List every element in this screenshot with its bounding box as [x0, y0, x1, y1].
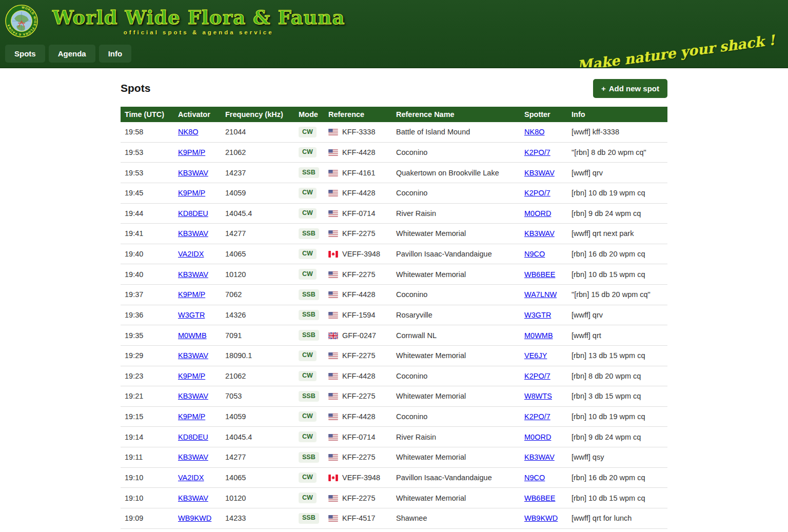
- spot-mode-cell: SSB: [294, 528, 324, 532]
- activator-link[interactable]: KB3WAV: [178, 351, 208, 360]
- activator-link[interactable]: M0WMB: [178, 331, 207, 340]
- spots-table-body: 19:58 NK8O 21044 CW KFF-3338 Battle of I…: [121, 122, 667, 532]
- spot-mode-cell: SSB: [294, 447, 324, 468]
- spot-reference-cell: KFF-0714: [324, 427, 392, 447]
- spot-info: [rbn] 9 db 24 wpm cq: [567, 427, 667, 447]
- activator-link[interactable]: NK8O: [178, 128, 199, 136]
- spot-spotter-cell: K2PO/7: [520, 406, 567, 427]
- nav-tab-agenda[interactable]: Agenda: [49, 45, 95, 63]
- spotter-link[interactable]: WB6BEE: [524, 494, 555, 502]
- reference-code: KFF-0714: [342, 433, 375, 441]
- spotter-link[interactable]: KB3WAV: [524, 453, 555, 461]
- spot-reference-cell: KFF-2275: [324, 386, 392, 407]
- activator-link[interactable]: K9PM/P: [178, 189, 205, 197]
- mode-badge: SSB: [299, 310, 319, 321]
- activator-link[interactable]: W3GTR: [178, 311, 205, 319]
- spotter-link[interactable]: KB3WAV: [524, 169, 555, 177]
- spotter-link[interactable]: M0ORD: [524, 433, 551, 441]
- spot-activator-cell: KB3WAV: [174, 488, 221, 508]
- activator-link[interactable]: KB3WAV: [178, 270, 208, 279]
- spot-reference-name: Rosaryville: [392, 305, 520, 325]
- add-new-spot-button[interactable]: +Add new spot: [593, 79, 667, 98]
- spot-spotter-cell: KB3WAV: [520, 224, 567, 244]
- flag-us-icon: [328, 373, 338, 380]
- spotter-link[interactable]: N9CO: [524, 250, 545, 258]
- activator-link[interactable]: VA2IDX: [178, 250, 204, 258]
- spot-reference-name: Whitewater Memorial: [392, 345, 520, 366]
- mode-badge: CW: [299, 127, 317, 137]
- flag-us-icon: [328, 413, 338, 420]
- nav-tab-spots[interactable]: Spots: [5, 45, 45, 63]
- activator-link[interactable]: KB3WAV: [178, 392, 208, 400]
- activator-link[interactable]: WB9KWD: [178, 514, 211, 522]
- spotter-link[interactable]: WB9KWD: [524, 514, 558, 522]
- spotter-link[interactable]: M0ORD: [524, 209, 551, 218]
- spot-frequency: 7091: [221, 325, 294, 346]
- activator-link[interactable]: K9PM/P: [178, 148, 205, 156]
- spot-spotter-cell: M0ORD: [520, 427, 567, 447]
- spotter-link[interactable]: W8WTS: [524, 392, 552, 400]
- wwff-logo[interactable]: WORLD WIDE FLORA & FAUNA: [5, 5, 38, 37]
- spotter-link[interactable]: W3GTR: [524, 311, 551, 319]
- activator-link[interactable]: KB3WAV: [178, 453, 208, 461]
- column-header-reference: Reference: [324, 107, 392, 122]
- spot-frequency: 14045.4: [221, 203, 294, 224]
- activator-link[interactable]: VA2IDX: [178, 474, 204, 482]
- spotter-link[interactable]: K2PO/7: [524, 148, 550, 156]
- activator-link[interactable]: KB3WAV: [178, 229, 208, 238]
- spotter-link[interactable]: K2PO/7: [524, 189, 550, 197]
- spotter-link[interactable]: K2PO/7: [524, 372, 550, 380]
- activator-link[interactable]: KB3WAV: [178, 169, 208, 177]
- activator-link[interactable]: KB3WAV: [178, 494, 208, 502]
- spot-spotter-cell: WB6BEE: [520, 264, 567, 285]
- main-nav: Spots Agenda Info: [5, 45, 131, 63]
- spot-frequency: 14045.4: [221, 427, 294, 447]
- spotter-link[interactable]: KB3WAV: [524, 229, 555, 238]
- spot-time: 19:58: [121, 122, 174, 142]
- spot-activator-cell: KB3WAV: [174, 447, 221, 468]
- flag-us-icon: [328, 312, 338, 319]
- mode-badge: CW: [299, 411, 317, 422]
- reference-code: KFF-2275: [342, 229, 375, 238]
- table-row: 19:41 KB3WAV 14277 SSB KFF-2275 Whitewat…: [121, 224, 667, 244]
- nav-tab-info[interactable]: Info: [99, 45, 132, 63]
- activator-link[interactable]: K9PM/P: [178, 372, 205, 380]
- spotter-link[interactable]: N9CO: [524, 474, 545, 482]
- spot-frequency: 14237: [221, 163, 294, 183]
- activator-link[interactable]: K9PM/P: [178, 412, 205, 421]
- table-row: 19:40 VA2IDX 14065 CW VEFF-3948 Pavillon…: [121, 244, 667, 264]
- spot-spotter-cell: N9CO: [520, 244, 567, 264]
- activator-link[interactable]: K9PM/P: [178, 290, 205, 299]
- spot-time: 19:36: [121, 305, 174, 325]
- mode-badge: SSB: [299, 452, 319, 463]
- spot-reference-cell: KFF-4428: [324, 183, 392, 203]
- activator-link[interactable]: KD8DEU: [178, 433, 208, 441]
- reference-code: KFF-4428: [342, 372, 375, 380]
- reference-code: KFF-1594: [342, 311, 375, 319]
- spotter-link[interactable]: M0WMB: [524, 331, 553, 340]
- spot-activator-cell: K9PM/P: [174, 285, 221, 305]
- spot-info: [rbn] 16 db 20 wpm cq: [567, 244, 667, 264]
- spotter-link[interactable]: K2PO/7: [524, 412, 550, 421]
- spot-reference-name: Whitewater Memorial: [392, 447, 520, 468]
- spot-reference-name: River Raisin: [392, 203, 520, 224]
- spot-reference-cell: KFF-3338: [324, 122, 392, 142]
- spot-reference-cell: KFF-2275: [324, 488, 392, 508]
- spot-frequency: 14059: [221, 183, 294, 203]
- spotter-link[interactable]: WA7LNW: [524, 290, 557, 299]
- table-row: 19:23 K9PM/P 21062 CW KFF-4428 Coconino …: [121, 366, 667, 386]
- spot-info: [rbn] 10 db 19 wpm cq: [567, 406, 667, 427]
- spot-frequency: 14233: [221, 508, 294, 528]
- spotter-link[interactable]: WB6BEE: [524, 270, 555, 279]
- reference-code: KFF-4428: [342, 290, 375, 299]
- spotter-link[interactable]: VE6JY: [524, 351, 547, 360]
- spot-mode-cell: CW: [294, 244, 324, 264]
- spot-frequency: 14326: [221, 305, 294, 325]
- spots-table-header: Time (UTC) Activator Frequency (kHz) Mod…: [121, 107, 667, 122]
- flag-us-icon: [328, 190, 338, 196]
- spot-reference-cell: KFF-1594: [324, 305, 392, 325]
- table-row: 19:11 KB3WAV 14277 SSB KFF-2275 Whitewat…: [121, 447, 667, 468]
- activator-link[interactable]: KD8DEU: [178, 209, 208, 218]
- spotter-link[interactable]: NK8O: [524, 128, 545, 136]
- flag-gb-icon: [328, 332, 338, 339]
